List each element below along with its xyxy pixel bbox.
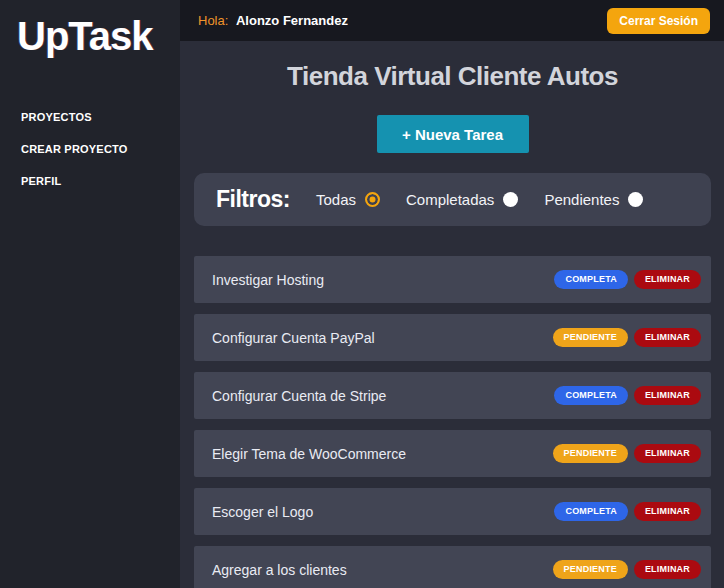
- user-name: Alonzo Fernandez: [236, 13, 348, 28]
- delete-button[interactable]: ELIMINAR: [634, 502, 701, 521]
- radio-pendientes-icon[interactable]: [628, 192, 643, 207]
- status-button[interactable]: PENDIENTE: [553, 328, 628, 347]
- task-row: Configurar Cuenta PayPal PENDIENTE ELIMI…: [194, 314, 711, 361]
- app-logo: UpTask: [0, 0, 180, 59]
- sidebar: UpTask PROYECTOS CREAR PROYECTO PERFIL: [0, 0, 180, 588]
- task-name: Agregar a los clientes: [212, 562, 347, 578]
- new-task-button[interactable]: + Nueva Tarea: [377, 115, 529, 153]
- greeting: Hola: Alonzo Fernandez: [198, 13, 348, 28]
- radio-completadas-icon[interactable]: [503, 192, 518, 207]
- task-row: Investigar Hosting COMPLETA ELIMINAR: [194, 256, 711, 303]
- greeting-prefix: Hola:: [198, 13, 228, 28]
- sidebar-item-crear-proyecto[interactable]: CREAR PROYECTO: [0, 133, 180, 165]
- filter-option-todas[interactable]: Todas: [316, 191, 380, 208]
- task-actions: PENDIENTE ELIMINAR: [553, 328, 701, 347]
- status-button[interactable]: PENDIENTE: [553, 444, 628, 463]
- filters-bar: Filtros: Todas Completadas Pendientes: [194, 173, 711, 226]
- sidebar-item-proyectos[interactable]: PROYECTOS: [0, 101, 180, 133]
- filters-label: Filtros:: [216, 186, 290, 213]
- task-list: Investigar Hosting COMPLETA ELIMINAR Con…: [194, 256, 711, 588]
- task-actions: COMPLETA ELIMINAR: [554, 270, 701, 289]
- filter-option-label: Todas: [316, 191, 356, 208]
- task-row: Configurar Cuenta de Stripe COMPLETA ELI…: [194, 372, 711, 419]
- filter-option-label: Pendientes: [544, 191, 619, 208]
- task-row: Agregar a los clientes PENDIENTE ELIMINA…: [194, 546, 711, 588]
- status-button[interactable]: COMPLETA: [554, 270, 627, 289]
- page-title: Tienda Virtual Cliente Autos: [194, 61, 711, 92]
- delete-button[interactable]: ELIMINAR: [634, 560, 701, 579]
- task-actions: COMPLETA ELIMINAR: [554, 386, 701, 405]
- task-name: Configurar Cuenta PayPal: [212, 330, 375, 346]
- radio-todas-icon[interactable]: [365, 192, 380, 207]
- task-name: Investigar Hosting: [212, 272, 324, 288]
- delete-button[interactable]: ELIMINAR: [634, 444, 701, 463]
- task-actions: PENDIENTE ELIMINAR: [553, 560, 701, 579]
- sidebar-item-perfil[interactable]: PERFIL: [0, 165, 180, 197]
- filter-option-pendientes[interactable]: Pendientes: [544, 191, 643, 208]
- filter-option-label: Completadas: [406, 191, 494, 208]
- task-actions: COMPLETA ELIMINAR: [554, 502, 701, 521]
- delete-button[interactable]: ELIMINAR: [634, 270, 701, 289]
- task-actions: PENDIENTE ELIMINAR: [553, 444, 701, 463]
- logout-button[interactable]: Cerrar Sesión: [607, 8, 710, 34]
- task-name: Configurar Cuenta de Stripe: [212, 388, 386, 404]
- delete-button[interactable]: ELIMINAR: [634, 386, 701, 405]
- sidebar-menu: PROYECTOS CREAR PROYECTO PERFIL: [0, 101, 180, 197]
- task-name: Escoger el Logo: [212, 504, 313, 520]
- filter-option-completadas[interactable]: Completadas: [406, 191, 518, 208]
- topbar: Hola: Alonzo Fernandez Cerrar Sesión: [180, 0, 724, 41]
- task-row: Elegir Tema de WooCommerce PENDIENTE ELI…: [194, 430, 711, 477]
- main-content: Tienda Virtual Cliente Autos + Nueva Tar…: [180, 41, 724, 588]
- status-button[interactable]: COMPLETA: [554, 502, 627, 521]
- task-row: Escoger el Logo COMPLETA ELIMINAR: [194, 488, 711, 535]
- status-button[interactable]: COMPLETA: [554, 386, 627, 405]
- status-button[interactable]: PENDIENTE: [553, 560, 628, 579]
- task-name: Elegir Tema de WooCommerce: [212, 446, 406, 462]
- delete-button[interactable]: ELIMINAR: [634, 328, 701, 347]
